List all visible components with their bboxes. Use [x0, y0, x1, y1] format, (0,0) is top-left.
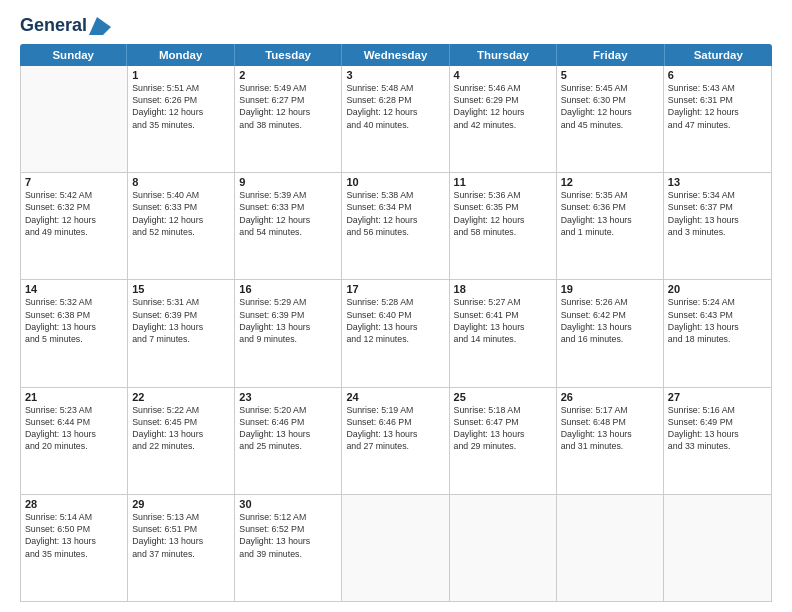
header-day-wednesday: Wednesday: [342, 44, 449, 66]
day-info: Sunrise: 5:49 AM Sunset: 6:27 PM Dayligh…: [239, 82, 337, 131]
day-number: 25: [454, 391, 552, 403]
day-info: Sunrise: 5:51 AM Sunset: 6:26 PM Dayligh…: [132, 82, 230, 131]
cal-cell: 1Sunrise: 5:51 AM Sunset: 6:26 PM Daylig…: [128, 66, 235, 172]
cal-cell: 24Sunrise: 5:19 AM Sunset: 6:46 PM Dayli…: [342, 388, 449, 494]
day-info: Sunrise: 5:38 AM Sunset: 6:34 PM Dayligh…: [346, 189, 444, 238]
day-info: Sunrise: 5:34 AM Sunset: 6:37 PM Dayligh…: [668, 189, 767, 238]
cal-cell: 16Sunrise: 5:29 AM Sunset: 6:39 PM Dayli…: [235, 280, 342, 386]
cal-cell: 12Sunrise: 5:35 AM Sunset: 6:36 PM Dayli…: [557, 173, 664, 279]
cal-cell: 14Sunrise: 5:32 AM Sunset: 6:38 PM Dayli…: [21, 280, 128, 386]
week-row-1: 1Sunrise: 5:51 AM Sunset: 6:26 PM Daylig…: [21, 66, 771, 173]
header: General: [20, 16, 772, 34]
logo: General: [20, 16, 111, 34]
day-number: 1: [132, 69, 230, 81]
day-info: Sunrise: 5:13 AM Sunset: 6:51 PM Dayligh…: [132, 511, 230, 560]
cal-cell: 28Sunrise: 5:14 AM Sunset: 6:50 PM Dayli…: [21, 495, 128, 601]
header-day-thursday: Thursday: [450, 44, 557, 66]
day-number: 11: [454, 176, 552, 188]
day-number: 9: [239, 176, 337, 188]
cal-cell: 30Sunrise: 5:12 AM Sunset: 6:52 PM Dayli…: [235, 495, 342, 601]
day-info: Sunrise: 5:40 AM Sunset: 6:33 PM Dayligh…: [132, 189, 230, 238]
day-info: Sunrise: 5:29 AM Sunset: 6:39 PM Dayligh…: [239, 296, 337, 345]
cal-cell: 17Sunrise: 5:28 AM Sunset: 6:40 PM Dayli…: [342, 280, 449, 386]
day-number: 27: [668, 391, 767, 403]
day-number: 13: [668, 176, 767, 188]
header-day-sunday: Sunday: [20, 44, 127, 66]
cal-cell: [664, 495, 771, 601]
cal-cell: 29Sunrise: 5:13 AM Sunset: 6:51 PM Dayli…: [128, 495, 235, 601]
cal-cell: 21Sunrise: 5:23 AM Sunset: 6:44 PM Dayli…: [21, 388, 128, 494]
cal-cell: 23Sunrise: 5:20 AM Sunset: 6:46 PM Dayli…: [235, 388, 342, 494]
cal-cell: 10Sunrise: 5:38 AM Sunset: 6:34 PM Dayli…: [342, 173, 449, 279]
logo-icon: [89, 17, 111, 35]
cal-cell: 9Sunrise: 5:39 AM Sunset: 6:33 PM Daylig…: [235, 173, 342, 279]
day-number: 15: [132, 283, 230, 295]
cal-cell: 11Sunrise: 5:36 AM Sunset: 6:35 PM Dayli…: [450, 173, 557, 279]
day-info: Sunrise: 5:46 AM Sunset: 6:29 PM Dayligh…: [454, 82, 552, 131]
header-day-saturday: Saturday: [665, 44, 772, 66]
cal-cell: 18Sunrise: 5:27 AM Sunset: 6:41 PM Dayli…: [450, 280, 557, 386]
cal-cell: 15Sunrise: 5:31 AM Sunset: 6:39 PM Dayli…: [128, 280, 235, 386]
day-number: 8: [132, 176, 230, 188]
day-number: 7: [25, 176, 123, 188]
day-number: 29: [132, 498, 230, 510]
day-info: Sunrise: 5:31 AM Sunset: 6:39 PM Dayligh…: [132, 296, 230, 345]
cal-cell: 25Sunrise: 5:18 AM Sunset: 6:47 PM Dayli…: [450, 388, 557, 494]
cal-cell: 8Sunrise: 5:40 AM Sunset: 6:33 PM Daylig…: [128, 173, 235, 279]
day-number: 2: [239, 69, 337, 81]
day-number: 21: [25, 391, 123, 403]
cal-cell: 7Sunrise: 5:42 AM Sunset: 6:32 PM Daylig…: [21, 173, 128, 279]
day-number: 3: [346, 69, 444, 81]
day-info: Sunrise: 5:16 AM Sunset: 6:49 PM Dayligh…: [668, 404, 767, 453]
day-info: Sunrise: 5:18 AM Sunset: 6:47 PM Dayligh…: [454, 404, 552, 453]
cal-cell: 26Sunrise: 5:17 AM Sunset: 6:48 PM Dayli…: [557, 388, 664, 494]
day-number: 6: [668, 69, 767, 81]
calendar-header: SundayMondayTuesdayWednesdayThursdayFrid…: [20, 44, 772, 66]
week-row-5: 28Sunrise: 5:14 AM Sunset: 6:50 PM Dayli…: [21, 495, 771, 601]
header-day-monday: Monday: [127, 44, 234, 66]
day-number: 5: [561, 69, 659, 81]
day-info: Sunrise: 5:20 AM Sunset: 6:46 PM Dayligh…: [239, 404, 337, 453]
cal-cell: 4Sunrise: 5:46 AM Sunset: 6:29 PM Daylig…: [450, 66, 557, 172]
cal-cell: 2Sunrise: 5:49 AM Sunset: 6:27 PM Daylig…: [235, 66, 342, 172]
header-day-friday: Friday: [557, 44, 664, 66]
cal-cell: 22Sunrise: 5:22 AM Sunset: 6:45 PM Dayli…: [128, 388, 235, 494]
day-info: Sunrise: 5:14 AM Sunset: 6:50 PM Dayligh…: [25, 511, 123, 560]
day-number: 4: [454, 69, 552, 81]
day-info: Sunrise: 5:35 AM Sunset: 6:36 PM Dayligh…: [561, 189, 659, 238]
week-row-3: 14Sunrise: 5:32 AM Sunset: 6:38 PM Dayli…: [21, 280, 771, 387]
day-number: 28: [25, 498, 123, 510]
day-number: 17: [346, 283, 444, 295]
cal-cell: 20Sunrise: 5:24 AM Sunset: 6:43 PM Dayli…: [664, 280, 771, 386]
cal-cell: 5Sunrise: 5:45 AM Sunset: 6:30 PM Daylig…: [557, 66, 664, 172]
week-row-2: 7Sunrise: 5:42 AM Sunset: 6:32 PM Daylig…: [21, 173, 771, 280]
day-info: Sunrise: 5:27 AM Sunset: 6:41 PM Dayligh…: [454, 296, 552, 345]
day-number: 30: [239, 498, 337, 510]
cal-cell: 3Sunrise: 5:48 AM Sunset: 6:28 PM Daylig…: [342, 66, 449, 172]
day-number: 10: [346, 176, 444, 188]
day-info: Sunrise: 5:19 AM Sunset: 6:46 PM Dayligh…: [346, 404, 444, 453]
day-number: 14: [25, 283, 123, 295]
day-info: Sunrise: 5:23 AM Sunset: 6:44 PM Dayligh…: [25, 404, 123, 453]
cal-cell: 13Sunrise: 5:34 AM Sunset: 6:37 PM Dayli…: [664, 173, 771, 279]
day-number: 12: [561, 176, 659, 188]
day-info: Sunrise: 5:26 AM Sunset: 6:42 PM Dayligh…: [561, 296, 659, 345]
day-number: 23: [239, 391, 337, 403]
day-number: 20: [668, 283, 767, 295]
logo-general: General: [20, 16, 87, 36]
cal-cell: [342, 495, 449, 601]
day-info: Sunrise: 5:45 AM Sunset: 6:30 PM Dayligh…: [561, 82, 659, 131]
day-info: Sunrise: 5:28 AM Sunset: 6:40 PM Dayligh…: [346, 296, 444, 345]
day-number: 19: [561, 283, 659, 295]
day-info: Sunrise: 5:17 AM Sunset: 6:48 PM Dayligh…: [561, 404, 659, 453]
cal-cell: 27Sunrise: 5:16 AM Sunset: 6:49 PM Dayli…: [664, 388, 771, 494]
svg-marker-0: [89, 17, 111, 35]
day-info: Sunrise: 5:24 AM Sunset: 6:43 PM Dayligh…: [668, 296, 767, 345]
day-info: Sunrise: 5:39 AM Sunset: 6:33 PM Dayligh…: [239, 189, 337, 238]
calendar-body: 1Sunrise: 5:51 AM Sunset: 6:26 PM Daylig…: [20, 66, 772, 602]
day-number: 22: [132, 391, 230, 403]
day-number: 16: [239, 283, 337, 295]
calendar: SundayMondayTuesdayWednesdayThursdayFrid…: [20, 44, 772, 602]
cal-cell: 6Sunrise: 5:43 AM Sunset: 6:31 PM Daylig…: [664, 66, 771, 172]
cal-cell: [557, 495, 664, 601]
